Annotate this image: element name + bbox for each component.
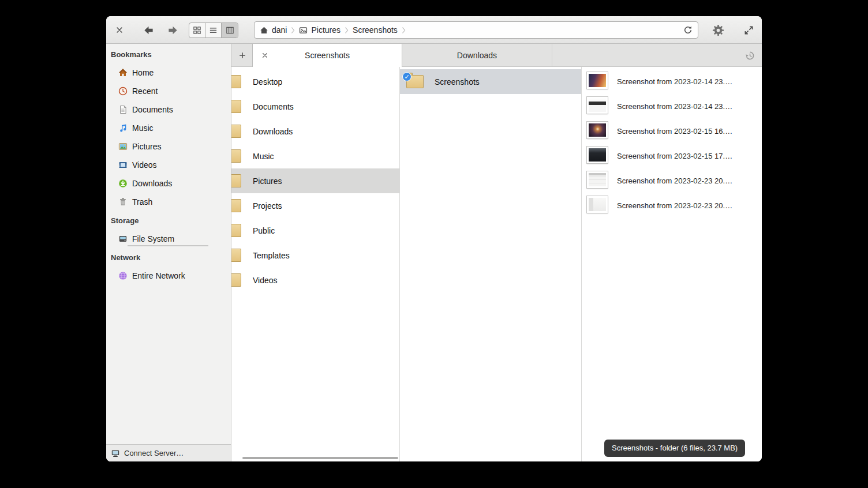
folder-icon xyxy=(231,224,241,237)
grid-view-icon xyxy=(193,26,201,35)
breadcrumb-pictures[interactable]: Pictures xyxy=(299,25,341,35)
selected-check-badge: ✓ xyxy=(402,72,411,81)
header-bar: dani Pictures Screenshots xyxy=(106,16,762,44)
horizontal-scrollbar[interactable] xyxy=(242,457,398,459)
sidebar-item-label: Videos xyxy=(132,160,157,170)
close-icon xyxy=(115,26,124,34)
folder-info-tooltip: Screenshots - folder (6 files, 23.7 MB) xyxy=(604,440,745,457)
folder-icon xyxy=(231,174,241,187)
folder-row-pictures[interactable]: Pictures xyxy=(231,168,399,193)
file-thumbnail xyxy=(587,97,608,114)
folder-icon xyxy=(231,149,241,163)
folder-row-documents[interactable]: Documents xyxy=(231,94,399,119)
sidebar-item-label: File System xyxy=(132,234,174,243)
breadcrumb-label: Screenshots xyxy=(353,25,398,35)
settings-button[interactable] xyxy=(710,23,726,37)
sidebar-item-pictures[interactable]: Pictures xyxy=(106,137,231,156)
sidebar-item-label: Documents xyxy=(132,105,173,114)
network-icon xyxy=(118,271,128,280)
refresh-button[interactable] xyxy=(683,25,693,35)
folder-row-videos[interactable]: Videos xyxy=(231,268,399,292)
sidebar-item-downloads[interactable]: Downloads xyxy=(106,174,231,193)
tab-label: Downloads xyxy=(457,51,497,60)
sidebar-item-file-system[interactable]: File System xyxy=(106,230,231,248)
home-icon xyxy=(260,26,268,35)
file-row[interactable]: Screenshot from 2023-02-14 23.… xyxy=(582,69,762,94)
sidebar-item-label: Music xyxy=(132,123,154,133)
sidebar-item-music[interactable]: Music xyxy=(106,119,231,137)
miller-columns: Desktop Documents Downloads Music Pictur… xyxy=(231,67,762,461)
disk-icon xyxy=(118,234,128,243)
path-bar[interactable]: dani Pictures Screenshots xyxy=(254,21,698,39)
back-arrow-icon xyxy=(143,25,155,36)
videos-icon xyxy=(118,160,128,170)
sidebar-item-trash[interactable]: Trash xyxy=(106,193,231,211)
file-thumbnail xyxy=(587,171,608,188)
tab-bar: Screenshots Downloads xyxy=(231,44,762,67)
connect-server-button[interactable]: Connect Server… xyxy=(106,444,231,461)
column-view-button[interactable] xyxy=(222,23,238,37)
folder-row-downloads[interactable]: Downloads xyxy=(231,119,399,144)
breadcrumb-label: dani xyxy=(272,25,287,35)
sidebar-item-entire-network[interactable]: Entire Network xyxy=(106,266,231,285)
sidebar-item-videos[interactable]: Videos xyxy=(106,156,231,174)
list-view-button[interactable] xyxy=(205,23,222,37)
sidebar-item-label: Downloads xyxy=(132,179,172,188)
connect-server-label: Connect Server… xyxy=(124,449,184,457)
column-screenshots: Screenshot from 2023-02-14 23.… Screensh… xyxy=(581,67,762,461)
tab-downloads[interactable]: Downloads xyxy=(402,44,552,66)
tab-history-button[interactable] xyxy=(743,49,756,62)
tab-label: Screenshots xyxy=(305,51,350,60)
sidebar-section-storage: Storage xyxy=(106,211,231,230)
list-view-icon xyxy=(209,26,218,35)
file-row[interactable]: Screenshot from 2023-02-23 20.… xyxy=(582,168,762,193)
grid-view-button[interactable] xyxy=(189,23,205,37)
window-close-button[interactable] xyxy=(112,23,127,37)
connect-server-icon xyxy=(111,449,120,458)
documents-icon xyxy=(118,105,128,114)
breadcrumb-home[interactable]: dani xyxy=(260,25,287,35)
fullscreen-icon xyxy=(744,25,754,35)
column-view-icon xyxy=(226,26,234,35)
pictures-icon xyxy=(299,26,308,35)
recent-icon xyxy=(118,87,128,96)
trash-icon xyxy=(118,197,128,207)
chevron-right-icon xyxy=(345,27,349,34)
chevron-right-icon xyxy=(291,27,295,34)
forward-arrow-icon xyxy=(167,25,179,36)
history-icon xyxy=(744,50,755,61)
sidebar-item-home[interactable]: Home xyxy=(106,63,231,82)
folder-row-screenshots[interactable]: ✓ Screenshots xyxy=(400,69,581,94)
folder-row-desktop[interactable]: Desktop xyxy=(231,69,399,94)
sidebar-section-bookmarks: Bookmarks xyxy=(106,45,231,63)
folder-row-music[interactable]: Music xyxy=(231,144,399,168)
folder-row-public[interactable]: Public xyxy=(231,218,399,243)
file-row[interactable]: Screenshot from 2023-02-23 20.… xyxy=(582,193,762,218)
folder-row-projects[interactable]: Projects xyxy=(231,193,399,218)
pictures-icon xyxy=(118,142,128,151)
folder-icon xyxy=(231,100,241,113)
folder-icon xyxy=(231,125,241,138)
file-row[interactable]: Screenshot from 2023-02-14 23.… xyxy=(582,94,762,119)
breadcrumb-screenshots[interactable]: Screenshots xyxy=(353,25,398,35)
sidebar-section-network: Network xyxy=(106,248,231,266)
forward-button[interactable] xyxy=(164,22,181,38)
file-thumbnail xyxy=(587,147,608,163)
downloads-icon xyxy=(118,179,128,188)
sidebar-item-documents[interactable]: Documents xyxy=(106,100,231,119)
fullscreen-button[interactable] xyxy=(741,24,756,37)
file-thumbnail xyxy=(587,122,608,138)
file-row[interactable]: Screenshot from 2023-02-15 16.… xyxy=(582,119,762,144)
sidebar-item-label: Pictures xyxy=(132,142,162,151)
new-tab-button[interactable] xyxy=(235,48,250,62)
sidebar-item-recent[interactable]: Recent xyxy=(106,82,231,100)
home-icon xyxy=(118,68,128,77)
back-button[interactable] xyxy=(140,22,157,38)
file-thumbnail xyxy=(587,72,608,89)
file-manager-window: dani Pictures Screenshots Bookmark xyxy=(106,16,762,461)
folder-row-templates[interactable]: Templates xyxy=(231,243,399,268)
file-row[interactable]: Screenshot from 2023-02-15 17.… xyxy=(582,144,762,168)
tab-close-button[interactable] xyxy=(260,50,270,61)
refresh-icon xyxy=(683,25,693,35)
tab-screenshots[interactable]: Screenshots xyxy=(252,44,402,67)
